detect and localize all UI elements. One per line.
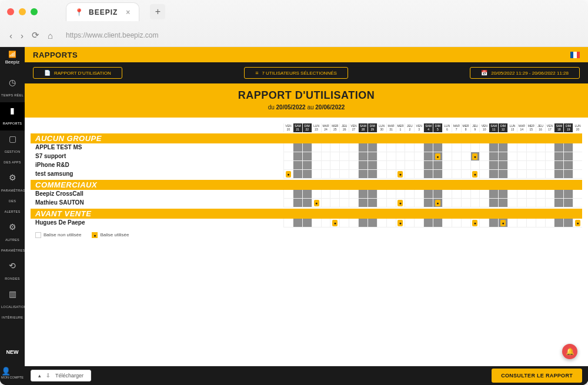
day-cell — [536, 199, 545, 207]
report-type-pill[interactable]: 📄 RAPPORT D'UTILISATION — [33, 67, 122, 79]
table-row: Mathieu SAUTON●●● — [31, 199, 582, 207]
tab-close-icon[interactable]: × — [126, 8, 131, 16]
day-cell — [321, 152, 330, 161]
day-cell — [368, 199, 377, 207]
legend-unused-label: Balise non utilisée — [44, 232, 81, 237]
day-cell — [452, 152, 461, 161]
day-cell — [507, 143, 517, 152]
day-cell — [368, 152, 377, 161]
day-cell — [405, 161, 414, 170]
beacon-icon: ● — [574, 219, 582, 226]
day-cell — [368, 170, 377, 179]
day-cell — [517, 190, 526, 199]
sidebar-icon: ▢ — [1, 134, 24, 143]
day-cell — [461, 199, 470, 207]
sidebar-item-5[interactable]: ⟲RONDES — [0, 257, 25, 286]
day-cell — [312, 219, 321, 227]
sidebar-label: RONDES — [5, 277, 19, 280]
day-cell — [470, 143, 480, 152]
notification-bell-icon[interactable]: 🔔 — [562, 344, 577, 359]
day-cell — [349, 170, 358, 179]
day-cell — [536, 161, 545, 170]
day-cell — [452, 170, 461, 179]
sidebar-item-3[interactable]: ⚙PARAMÉTRAGE DES ALERTES — [0, 169, 25, 219]
day-cell — [386, 161, 396, 170]
window-close-icon[interactable] — [7, 8, 14, 15]
day-cell — [283, 190, 293, 199]
day-cell — [339, 170, 349, 179]
day-cell — [377, 219, 386, 227]
day-header: JEU16 — [536, 123, 545, 132]
day-cell — [498, 170, 507, 179]
day-cell — [433, 219, 442, 227]
day-cell — [405, 219, 414, 227]
flag-fr-icon[interactable] — [570, 52, 580, 58]
day-cell: ● — [433, 199, 442, 207]
report-range: du 20/05/2022 au 20/06/2022 — [25, 104, 588, 111]
group-header: COMMERCIAUX — [31, 180, 582, 190]
footer-bar: ▴ ⇩ Télécharger CONSULTER LE RAPPORT — [25, 366, 588, 385]
browser-tab[interactable]: 📍 BEEPIZ × — [66, 2, 139, 21]
day-cell — [312, 152, 321, 161]
row-name: test samsung — [31, 170, 283, 179]
nav-home-icon[interactable]: ⌂ — [48, 31, 53, 41]
nav-back-icon[interactable]: ‹ — [9, 31, 12, 41]
window-max-icon[interactable] — [31, 8, 38, 15]
users-selected-label: 7 UTILISATEURS SÉLECTIONNÉS — [262, 71, 336, 76]
day-cell — [396, 190, 405, 199]
day-cell — [339, 161, 349, 170]
row-name: Hugues De Paepe — [31, 219, 283, 227]
day-cell — [563, 143, 573, 152]
sidebar-icon: ⚙ — [1, 173, 24, 182]
day-header: SAM28 — [358, 123, 368, 132]
daterange-pill[interactable]: 📅 20/05/2022 11:29 - 20/06/2022 11:28 — [470, 67, 580, 79]
day-cell: ● — [396, 199, 405, 207]
row-name: Beepiz CrossCall — [31, 190, 283, 199]
sidebar-item-6[interactable]: ▥LOCALISATION INTÉRIEURE — [0, 286, 25, 324]
day-cell — [349, 199, 358, 207]
upload-icon: ▴ — [38, 373, 41, 379]
beacon-icon: ● — [397, 199, 405, 206]
day-cell — [573, 190, 582, 199]
day-cell — [358, 152, 368, 161]
download-button[interactable]: ▴ ⇩ Télécharger — [31, 370, 91, 381]
sidebar-item-2[interactable]: ▢GESTION DES APPS — [0, 130, 25, 169]
day-cell — [461, 219, 470, 227]
window-min-icon[interactable] — [19, 8, 26, 15]
day-cell — [358, 199, 368, 207]
day-cell — [423, 190, 433, 199]
day-cell — [423, 152, 433, 161]
day-cell — [489, 199, 498, 207]
day-cell — [368, 143, 377, 152]
day-header: DIM12 — [498, 123, 507, 132]
users-selected-pill[interactable]: ≡ 7 UTILISATEURS SÉLECTIONNÉS — [244, 67, 348, 79]
day-cell: ● — [498, 219, 507, 227]
beacon-icon: ● — [499, 219, 507, 226]
sidebar-account[interactable]: 👤 MON COMPTE — [1, 363, 24, 385]
sidebar-item-4[interactable]: ⚙AUTRES PARAMÈTRES — [0, 219, 25, 257]
day-cell — [442, 199, 452, 207]
url-bar[interactable]: https://www.client.beepiz.com — [66, 31, 158, 39]
nav-fwd-icon[interactable]: › — [21, 31, 24, 41]
sidebar-item-0[interactable]: ◷TEMPS RÉEL — [0, 74, 25, 102]
day-header: VEN20 — [283, 123, 293, 132]
day-cell — [545, 161, 554, 170]
new-tab-button[interactable]: + — [150, 4, 165, 19]
day-cell — [507, 170, 517, 179]
day-cell — [517, 161, 526, 170]
consult-report-button[interactable]: CONSULTER LE RAPPORT — [492, 369, 582, 383]
day-cell — [321, 199, 330, 207]
day-cell — [545, 219, 554, 227]
day-cell — [573, 199, 582, 207]
day-cell — [526, 152, 536, 161]
day-cell — [368, 219, 377, 227]
day-cell — [283, 152, 293, 161]
day-cell — [479, 152, 489, 161]
day-cell — [414, 152, 423, 161]
sidebar-item-1[interactable]: ▮RAPPORTS — [0, 102, 25, 130]
day-cell — [507, 199, 517, 207]
nav-reload-icon[interactable]: ⟳ — [32, 30, 39, 41]
sidebar-label: PARAMÉTRAGE DES ALERTES — [1, 189, 28, 213]
day-cell: ● — [330, 219, 339, 227]
day-cell — [283, 199, 293, 207]
